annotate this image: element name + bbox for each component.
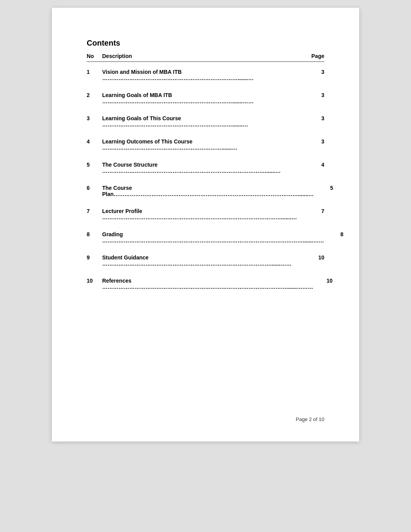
toc-row-number: 7	[87, 208, 102, 214]
toc-row: 8Grading ……………………………………………………………………………………	[87, 226, 324, 249]
toc-row-description: The Course Structure ……………………………………………………	[102, 162, 305, 174]
toc-row-number: 4	[87, 138, 102, 145]
toc-row-number: 10	[87, 278, 102, 284]
table-divider	[87, 61, 324, 62]
toc-row-description: Learning Goals of This Course ……………………………	[102, 115, 305, 128]
toc-row-description: Lecturer Profile ………………………………………………………………	[102, 208, 305, 220]
toc-list: 1Vision and Mission of MBA ITB …………………………	[87, 63, 324, 295]
toc-row-page: 3	[305, 138, 324, 145]
toc-row-number: 1	[87, 69, 102, 75]
header-description: Description	[102, 53, 305, 59]
toc-row-description: The Course Plan……………………………………………………………………	[102, 185, 314, 197]
toc-row-page: 10	[305, 254, 324, 261]
toc-row-number: 8	[87, 231, 102, 237]
toc-row: 7Lecturer Profile ……………………………………………………………	[87, 203, 324, 226]
header-no: No	[87, 53, 102, 59]
toc-row-number: 6	[87, 185, 102, 191]
toc-row-page: 3	[305, 69, 324, 75]
toc-row-number: 3	[87, 115, 102, 121]
toc-row-number: 9	[87, 254, 102, 261]
document-page: Contents No Description Page 1Vision and…	[52, 8, 359, 442]
toc-row-description: Grading ………………………………………………………………………………………	[102, 231, 324, 244]
contents-title: Contents	[87, 39, 324, 48]
table-header: No Description Page	[87, 53, 324, 59]
toc-row-description: Vision and Mission of MBA ITB ……………………………	[102, 69, 305, 81]
toc-row-page: 8	[324, 231, 343, 237]
toc-row-number: 5	[87, 162, 102, 168]
toc-row-page: 10	[313, 278, 332, 284]
toc-row: 10References …………………………………………………………………………	[87, 272, 324, 295]
toc-row-page: 3	[305, 115, 324, 121]
toc-row: 4Learning Outcomes of This Course …………………	[87, 133, 324, 156]
toc-row-page: 7	[305, 208, 324, 214]
toc-row-description: Learning Goals of MBA ITB ………………………………………	[102, 92, 305, 104]
toc-row-description: Learning Outcomes of This Course ……………………	[102, 138, 305, 151]
toc-row-number: 2	[87, 92, 102, 98]
header-page: Page	[305, 53, 324, 59]
toc-row-page: 4	[305, 162, 324, 168]
toc-row-page: 3	[305, 92, 324, 98]
toc-row: 6The Course Plan…………………………………………………………………	[87, 179, 324, 203]
toc-row-description: References ………………………………………………………………………………	[102, 278, 313, 290]
toc-row: 5The Course Structure …………………………………………………	[87, 156, 324, 179]
toc-row: 2Learning Goals of MBA ITB ……………………………………	[87, 87, 324, 110]
page-footer: Page 2 of 10	[296, 416, 324, 422]
toc-row-description: Student Guidance ………………………………………………………………	[102, 254, 305, 267]
toc-row-page: 5	[314, 185, 333, 191]
toc-row: 1Vision and Mission of MBA ITB …………………………	[87, 63, 324, 87]
toc-row: 3Learning Goals of This Course …………………………	[87, 110, 324, 133]
toc-row: 9Student Guidance ……………………………………………………………	[87, 249, 324, 272]
